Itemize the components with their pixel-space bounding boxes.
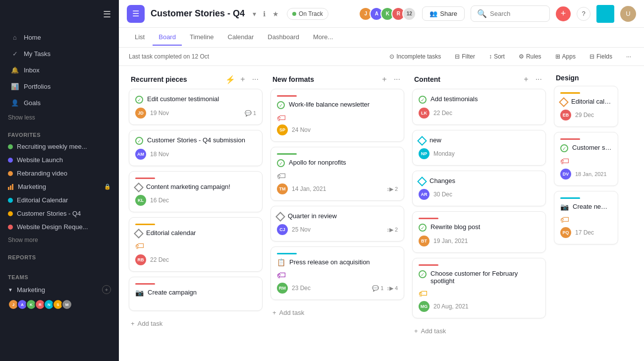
sidebar-item-rebranding[interactable]: Rebranding video	[0, 167, 119, 180]
reports-section-label: Reports	[0, 250, 119, 262]
team-avatar: M	[61, 299, 72, 310]
fields-button[interactable]: ⊟ Fields	[587, 52, 615, 61]
card-task: ✓ Choose customer for February spotlight	[419, 270, 539, 285]
expand-icon: ▼	[8, 287, 13, 293]
filter-icon: ⊟	[455, 53, 460, 60]
sidebar-item-marketing-team[interactable]: ▼ Marketing +	[0, 282, 119, 297]
card-task: ✓ Customer spo...	[560, 144, 612, 152]
sidebar-item-customer-stories[interactable]: Customer Stories - Q4	[0, 207, 119, 220]
card-meta: AR 30 Dec	[419, 189, 539, 200]
add-team-button[interactable]: +	[102, 285, 111, 294]
card-editorial-calendar[interactable]: Editorial calendar 🏷 RB 22 Dec	[129, 217, 263, 272]
add-card-button[interactable]: +	[522, 74, 530, 85]
tab-dashboard[interactable]: Dashboard	[262, 29, 305, 46]
tab-list[interactable]: List	[129, 29, 151, 46]
chevron-down-icon[interactable]: ▾	[251, 9, 258, 19]
sidebar: ☰ ⌂ Home ✓ My Tasks 🔔 Inbox 📊 Portfolios…	[0, 0, 119, 361]
avatar: MG	[419, 301, 429, 312]
sidebar-item-editorial[interactable]: Editorial Calendar	[0, 193, 119, 207]
help-button[interactable]: ?	[577, 7, 590, 21]
card-create-campaign[interactable]: 📷 Create campaign	[129, 277, 263, 311]
card-q4-submission[interactable]: ✓ Customer Stories - Q4 submission AM 18…	[129, 130, 263, 166]
star-icon[interactable]: ★	[270, 9, 281, 19]
favorites-section-label: Favorites	[0, 128, 119, 140]
filter-button[interactable]: ⊟ Filter	[452, 52, 478, 61]
sidebar-item-inbox[interactable]: 🔔 Inbox	[3, 62, 116, 78]
card-rewrite-blog[interactable]: ✓ Rewrite blog post BT 19 Jan, 2021	[412, 211, 546, 253]
task-check-icon: ✓	[135, 137, 143, 145]
show-less-button[interactable]: Show less	[0, 111, 119, 124]
search-box[interactable]: 🔍	[471, 5, 550, 22]
sidebar-item-goals[interactable]: 👤 Goals	[3, 95, 116, 111]
card-apollo[interactable]: ✓ Apollo for nonprofits 🏷 TM 14 Jan, 202…	[270, 147, 404, 201]
card-new[interactable]: new NP Monday	[412, 130, 546, 166]
card-task: Quarter in review	[277, 212, 398, 220]
card-task: 📷 Create campaign	[135, 289, 256, 297]
card-task: ✓ Add testimonials	[419, 95, 539, 104]
status-badge[interactable]: On Track	[287, 8, 328, 20]
card-quarter-review[interactable]: Quarter in review CJ 25 Nov ↕▶ 2	[270, 206, 404, 241]
comment-badge: 💬 1	[245, 110, 256, 117]
column-more-button[interactable]: ···	[250, 74, 261, 85]
task-check-icon: ✓	[560, 144, 568, 152]
sidebar-item-website-design[interactable]: Website Design Reque...	[0, 220, 119, 234]
info-icon[interactable]: ℹ	[261, 9, 268, 19]
add-card-button-content[interactable]: + Add task	[412, 323, 546, 339]
card-task: ✓ Edit customer testimonial	[135, 95, 256, 104]
card-customer-spotlight-design[interactable]: ✓ Customer spo... 🏷 DV 18 Jan, 2021	[554, 132, 618, 186]
bell-icon: 🔔	[11, 66, 19, 74]
add-card-button[interactable]: +	[380, 74, 388, 85]
bar-chart-icon	[8, 184, 14, 190]
column-more-button[interactable]: ···	[534, 74, 544, 85]
task-check-icon: ✓	[277, 101, 285, 109]
card-create-new-design[interactable]: 📷 Create new in... 🏷 PQ 17 Dec	[554, 191, 618, 244]
card-meta: JD 19 Nov 💬 1	[135, 108, 256, 119]
sort-button[interactable]: ↕ Sort	[486, 52, 508, 61]
sidebar-item-recruiting[interactable]: Recruiting weekly mee...	[0, 140, 119, 153]
sidebar-item-portfolios[interactable]: 📊 Portfolios	[3, 78, 116, 94]
card-changes[interactable]: Changes AR 30 Dec	[412, 171, 546, 206]
check-icon: ✓	[11, 50, 19, 58]
apps-button[interactable]: ⊞ Apps	[552, 52, 579, 61]
tab-calendar[interactable]: Calendar	[222, 29, 260, 46]
chart-icon: 📊	[11, 82, 19, 90]
column-more-button[interactable]: ···	[392, 74, 402, 85]
sidebar-toggle-button[interactable]: ☰	[101, 8, 113, 21]
incomplete-tasks-button[interactable]: ⊙ Incomplete tasks	[386, 52, 444, 61]
search-input[interactable]	[490, 10, 543, 17]
task-check-icon: ✓	[419, 224, 427, 232]
card-add-testimonials[interactable]: ✓ Add testimonials LK 22 Dec	[412, 89, 546, 125]
more-options-button[interactable]: ···	[623, 52, 634, 61]
sidebar-item-website-launch[interactable]: Website Launch	[0, 153, 119, 167]
card-edit-testimonial[interactable]: ✓ Edit customer testimonial JD 19 Nov 💬 …	[129, 89, 263, 125]
share-button[interactable]: 👥 Share	[422, 6, 465, 21]
avatars-group: J A K R 12	[359, 7, 416, 21]
card-choose-customer[interactable]: ✓ Choose customer for February spotlight…	[412, 258, 546, 318]
subtask-icon: ↕▶	[386, 285, 393, 292]
card-editorial-cal-design[interactable]: Editorial cale... EB 29 Dec	[554, 86, 618, 127]
title-controls: ▾ ℹ ★	[251, 9, 281, 19]
card-bar	[419, 218, 438, 219]
tab-timeline[interactable]: Timeline	[184, 29, 220, 46]
add-card-button-recurrent[interactable]: + Add task	[129, 316, 263, 331]
card-content-marketing[interactable]: Content marketing campaign! KL 16 Dec	[129, 171, 263, 212]
show-more-button[interactable]: Show more	[0, 234, 119, 246]
fields-icon: ⊟	[590, 53, 594, 60]
add-card-button[interactable]: +	[238, 74, 247, 85]
diamond-icon	[559, 97, 569, 107]
tab-more[interactable]: More...	[307, 29, 339, 46]
card-bar	[560, 92, 580, 94]
card-work-life[interactable]: ✓ Work-life balance newsletter 🏷 SP 24 N…	[270, 89, 404, 142]
add-card-button-new-formats[interactable]: + Add task	[270, 305, 404, 320]
avatar: EB	[560, 110, 571, 120]
comment-icon: 💬	[245, 110, 252, 117]
user-avatar[interactable]: U	[620, 6, 636, 22]
rules-button[interactable]: ⚙ Rules	[516, 52, 544, 61]
sidebar-item-marketing[interactable]: Marketing 🔒	[0, 180, 119, 193]
sidebar-item-home[interactable]: ⌂ Home	[3, 29, 116, 45]
card-press-release[interactable]: 📋 Press release on acquisition 🏷 RM 23 D…	[270, 246, 404, 300]
subtask-icon: ↕▶	[386, 186, 393, 192]
add-button[interactable]: +	[556, 6, 571, 21]
sidebar-item-my-tasks[interactable]: ✓ My Tasks	[3, 46, 116, 61]
tab-board[interactable]: Board	[153, 29, 182, 46]
